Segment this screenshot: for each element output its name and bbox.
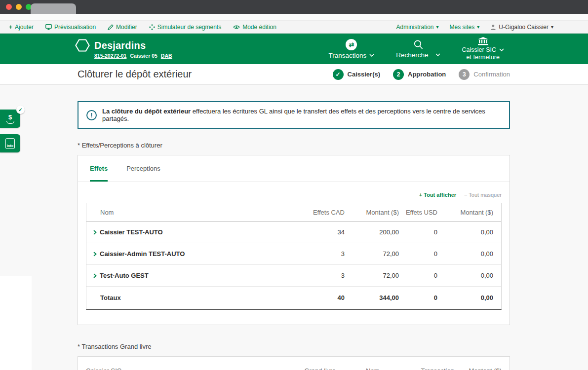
plus-icon: +: [9, 24, 12, 31]
traffic-lights: [6, 4, 32, 10]
row-effets-usd: 0: [399, 272, 437, 279]
effets-table-header: Nom Effets CAD Montant ($) Effets USD Mo…: [86, 203, 501, 222]
effets-section-label: * Effets/Perceptions à clôturer: [78, 142, 510, 149]
row-effets-cad: 34: [300, 228, 345, 236]
left-gutter: [0, 276, 32, 370]
chevron-down-icon: ▾: [551, 24, 553, 30]
row-montant-usd: 0,00: [437, 272, 493, 279]
tab-effets[interactable]: Effets: [90, 155, 108, 182]
cash-drawer-tab[interactable]: $ ✓: [0, 110, 20, 128]
main-nav: ⇄ Transactions Recherche Caissier SIC et…: [328, 34, 504, 64]
totals-effets-usd: 0: [399, 294, 437, 301]
info-tab[interactable]: Info: [0, 134, 20, 152]
gl-col-nom: Nom: [366, 367, 405, 370]
row-montant-cad: 72,00: [345, 272, 399, 279]
nav-teller-sic[interactable]: Caissier SIC et fermeture: [462, 37, 504, 61]
row-expander[interactable]: Caissier TEST-AUTO: [86, 228, 300, 236]
eye-icon: [233, 25, 240, 30]
row-name: Caissier TEST-AUTO: [100, 228, 163, 236]
info-document-icon: Info: [5, 138, 15, 149]
banner-lead: La clôture du dépôt extérieur: [102, 108, 191, 115]
segment-simulator-button[interactable]: Simulateur de segments: [149, 24, 221, 31]
gl-col-caissier-sic: Caissier SIC: [78, 367, 286, 370]
row-montant-cad: 200,00: [345, 228, 399, 236]
row-name: Test-Auto GEST: [100, 272, 149, 279]
totals-montant-cad: 344,00: [345, 294, 399, 301]
pencil-icon: [108, 24, 114, 30]
brand-block[interactable]: Desjardins 815-20272-01 Caissier 05 DAB: [75, 39, 172, 59]
row-effets-cad: 3: [300, 250, 345, 258]
browser-tab[interactable]: [31, 3, 76, 14]
row-montant-cad: 72,00: [345, 250, 399, 258]
show-all-link[interactable]: + Tout afficher: [419, 192, 456, 198]
administration-menu[interactable]: Administration ▾: [396, 24, 438, 31]
brand-name: Desjardins: [94, 40, 146, 51]
step-confirmation: 3 Confirmation: [459, 69, 510, 80]
effets-table: Nom Effets CAD Montant ($) Effets USD Mo…: [86, 203, 502, 310]
add-button[interactable]: + Ajouter: [9, 24, 34, 31]
chevron-down-icon: [369, 54, 374, 57]
step-confirmation-label: Confirmation: [473, 71, 510, 78]
app-header: Desjardins 815-20272-01 Caissier 05 DAB …: [0, 34, 588, 64]
page-title: Clôturer le dépôt extérieur: [78, 69, 192, 80]
page-content: $ ✓ Info ! La clôture du dépôt extérieur…: [0, 85, 588, 370]
user-menu-label: U-Gigaloo Caissier: [499, 24, 549, 31]
preview-button[interactable]: Prévisualisation: [45, 24, 96, 31]
minimize-window-button[interactable]: [16, 4, 22, 10]
step-caissiers: ✓ Caissier(s): [333, 69, 380, 80]
gl-col-transaction: Transaction: [405, 367, 454, 370]
row-effets-usd: 0: [399, 250, 437, 258]
chevron-right-icon: [93, 273, 97, 278]
teller-id: Caissier 05: [130, 53, 157, 59]
edit-label: Modifier: [116, 24, 137, 31]
administration-label: Administration: [396, 24, 433, 31]
effets-card: Effets Perceptions + Tout afficher − Tou…: [78, 155, 510, 325]
chevron-down-icon: [499, 48, 504, 51]
gl-col-montant: Montant ($): [454, 367, 502, 370]
edit-mode-button[interactable]: Mode édition: [233, 24, 276, 31]
chevron-down-icon: ▾: [477, 24, 479, 30]
nav-teller-sic-label-line2: et fermeture: [467, 54, 500, 61]
transactions-icon: ⇄: [346, 39, 357, 50]
branch-number[interactable]: 815-20272-01: [94, 53, 126, 59]
chevron-right-icon: [93, 252, 97, 257]
step-3-circle: 3: [459, 69, 470, 80]
nav-teller-sic-label-line1: Caissier SIC: [462, 46, 496, 53]
money-hand-icon: $: [6, 114, 14, 124]
edit-mode-label: Mode édition: [242, 24, 276, 31]
step-2-circle: 2: [393, 69, 404, 80]
row-effets-usd: 0: [399, 228, 437, 236]
hide-all-link[interactable]: − Tout masquer: [464, 192, 502, 198]
chevron-right-icon: [93, 230, 97, 235]
step-approbation: 2 Approbation: [393, 69, 446, 80]
browser-toolbar-strip: [0, 14, 588, 21]
close-window-button[interactable]: [6, 4, 12, 10]
nav-search[interactable]: Recherche: [396, 39, 440, 59]
bank-icon: [478, 37, 488, 45]
monitor-icon: [45, 24, 52, 30]
table-row: Caissier TEST-AUTO 34 200,00 0 0,00: [86, 222, 501, 243]
row-expander[interactable]: Caissier-Admin TEST-AUTO: [86, 250, 300, 258]
completed-badge: ✓: [16, 106, 25, 114]
row-montant-usd: 0,00: [437, 250, 493, 258]
gl-section-label: * Transactions Grand livre: [78, 343, 510, 350]
row-expander[interactable]: Test-Auto GEST: [86, 272, 300, 279]
edit-button[interactable]: Modifier: [108, 24, 137, 31]
user-menu[interactable]: U-Gigaloo Caissier ▾: [490, 24, 553, 31]
terminal-id[interactable]: DAB: [161, 53, 172, 59]
nav-transactions[interactable]: ⇄ Transactions: [328, 39, 374, 59]
tab-perceptions[interactable]: Perceptions: [126, 155, 160, 182]
col-header-montant-usd: Montant ($): [437, 209, 493, 216]
col-header-effets-usd: Effets USD: [399, 209, 437, 216]
chevron-down-icon: ▾: [436, 24, 439, 30]
effets-tabs: Effets Perceptions: [78, 155, 510, 182]
add-label: Ajouter: [15, 24, 34, 31]
admin-toolbar: + Ajouter Prévisualisation Modifier Simu…: [0, 21, 588, 34]
gl-table-header: Caissier SIC Grand livre Nom Transaction…: [78, 362, 510, 370]
search-icon: [413, 39, 423, 50]
page-title-bar: Clôturer le dépôt extérieur ✓ Caissier(s…: [0, 64, 588, 85]
gl-col-grand-livre: Grand livre: [286, 367, 336, 370]
gl-card: Caissier SIC Grand livre Nom Transaction…: [78, 356, 510, 370]
my-sites-menu[interactable]: Mes sites ▾: [450, 24, 480, 31]
row-effets-cad: 3: [300, 272, 345, 279]
